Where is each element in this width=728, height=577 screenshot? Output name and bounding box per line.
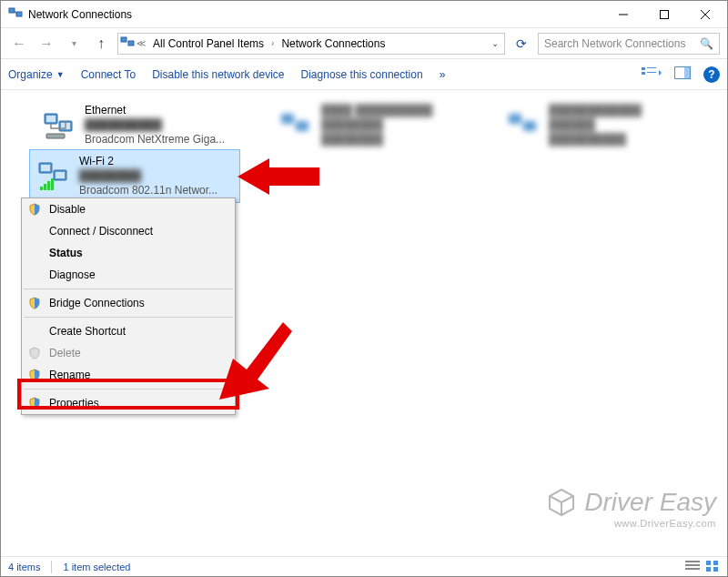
address-icon <box>120 35 135 52</box>
address-dropdown-button[interactable]: ⌄ <box>488 38 502 48</box>
svg-rect-17 <box>46 116 56 122</box>
svg-rect-41 <box>706 567 711 572</box>
preview-pane-button[interactable] <box>674 66 691 82</box>
menu-bridge-connections[interactable]: Bridge Connections <box>22 292 235 314</box>
up-button[interactable]: ↑ <box>90 33 112 55</box>
adapter-ssid: ████████ <box>79 168 217 183</box>
shield-icon <box>27 202 42 217</box>
menu-properties[interactable]: Properties <box>22 392 235 414</box>
svg-rect-9 <box>642 67 645 70</box>
svg-rect-21 <box>296 121 308 131</box>
command-bar: Organize▼ Connect To Disable this networ… <box>1 59 727 90</box>
window-frame: Network Connections ← → ▾ ↑ ≪ All Contro… <box>0 0 728 577</box>
navigation-row: ← → ▾ ↑ ≪ All Control Panel Items › Netw… <box>1 28 727 59</box>
svg-rect-10 <box>647 67 656 68</box>
view-options-button[interactable] <box>642 66 662 82</box>
shield-icon <box>27 368 42 382</box>
window-controls <box>602 1 725 27</box>
status-bar: 4 items 1 item selected <box>1 556 727 576</box>
svg-rect-36 <box>685 561 700 562</box>
caret-down-icon: ▼ <box>56 70 65 79</box>
annotation-arrow-2 <box>219 309 292 400</box>
status-item-count: 4 items <box>8 562 40 572</box>
menu-separator <box>24 288 233 289</box>
chevron-right-icon: › <box>271 38 274 48</box>
refresh-button[interactable]: ⟳ <box>511 33 532 55</box>
network-adapter-icon <box>35 157 72 194</box>
network-adapter-icon <box>278 106 314 143</box>
watermark-url: www.DriverEasy.com <box>546 518 716 529</box>
svg-rect-12 <box>647 72 656 73</box>
menu-separator <box>24 317 233 318</box>
titlebar: Network Connections <box>1 1 727 28</box>
svg-rect-7 <box>121 37 126 42</box>
svg-rect-23 <box>523 121 536 131</box>
adapter-device: Broadcom NetXtreme Giga... <box>85 132 225 147</box>
adapter-blurred-2[interactable]: ████████████████████████████ <box>500 99 709 151</box>
svg-rect-39 <box>706 561 711 565</box>
back-button[interactable]: ← <box>8 33 30 55</box>
svg-rect-20 <box>281 114 294 124</box>
shield-icon <box>27 296 42 310</box>
breadcrumb-control-panel[interactable]: All Control Panel Items <box>147 34 269 54</box>
svg-rect-14 <box>684 67 690 78</box>
svg-rect-22 <box>509 114 521 124</box>
menu-separator <box>24 389 233 390</box>
adapter-text-blurred: ████████████████████████████ <box>549 103 642 147</box>
svg-rect-11 <box>642 72 645 75</box>
menu-diagnose[interactable]: Diagnose <box>22 264 235 286</box>
adapter-device: Broadcom 802.11n Networ... <box>79 183 217 197</box>
context-menu: Disable Connect / Disconnect Status Diag… <box>21 197 236 415</box>
search-input[interactable]: Search Network Connections 🔍 <box>538 33 720 55</box>
menu-rename[interactable]: Rename <box>22 364 235 386</box>
svg-marker-34 <box>550 490 573 515</box>
svg-rect-37 <box>685 564 700 566</box>
svg-rect-28 <box>40 187 43 190</box>
chevron-icon[interactable]: ≪ <box>136 38 146 48</box>
adapter-status: ██████████ <box>85 117 225 132</box>
forward-button[interactable]: → <box>35 33 57 55</box>
network-adapter-icon <box>41 106 77 143</box>
close-button[interactable] <box>684 1 725 27</box>
svg-rect-30 <box>47 181 50 190</box>
svg-rect-42 <box>713 567 718 572</box>
minimize-button[interactable] <box>602 1 643 27</box>
svg-rect-0 <box>9 8 15 13</box>
watermark: Driver Easy www.DriverEasy.com <box>546 487 716 529</box>
menu-status[interactable]: Status <box>22 242 235 264</box>
menu-disable[interactable]: Disable <box>22 198 235 220</box>
shield-icon <box>27 346 42 360</box>
adapter-name: Ethernet <box>85 103 225 117</box>
svg-rect-26 <box>41 165 50 171</box>
svg-marker-33 <box>219 322 292 400</box>
shield-icon <box>27 396 42 410</box>
search-placeholder: Search Network Connections <box>544 37 685 50</box>
organize-menu[interactable]: Organize▼ <box>8 68 65 81</box>
svg-rect-38 <box>685 568 700 570</box>
svg-rect-40 <box>713 561 718 565</box>
large-icons-view-button[interactable] <box>705 560 720 574</box>
svg-rect-29 <box>44 184 46 190</box>
diagnose-connection-button[interactable]: Diagnose this connection <box>301 68 423 81</box>
menu-connect-disconnect[interactable]: Connect / Disconnect <box>22 220 235 242</box>
address-bar[interactable]: ≪ All Control Panel Items › Network Conn… <box>117 33 505 55</box>
recent-locations-button[interactable]: ▾ <box>63 33 85 55</box>
svg-marker-32 <box>238 158 319 195</box>
details-view-button[interactable] <box>685 560 700 574</box>
svg-rect-27 <box>56 172 65 178</box>
disable-device-button[interactable]: Disable this network device <box>152 68 284 81</box>
adapter-ethernet[interactable]: Ethernet ██████████ Broadcom NetXtreme G… <box>35 99 245 151</box>
network-adapter-icon <box>505 106 541 143</box>
svg-rect-1 <box>16 12 22 16</box>
menu-delete: Delete <box>22 342 235 364</box>
menu-create-shortcut[interactable]: Create Shortcut <box>22 320 235 342</box>
connect-to-button[interactable]: Connect To <box>81 68 136 81</box>
search-icon: 🔍 <box>700 37 713 50</box>
maximize-button[interactable] <box>643 1 684 27</box>
adapter-text-blurred: ████ ██████████████████████████ <box>321 103 432 147</box>
overflow-button[interactable]: » <box>440 68 446 81</box>
help-button[interactable]: ? <box>703 66 720 83</box>
breadcrumb-network-connections[interactable]: Network Connections <box>276 34 390 54</box>
adapter-wifi[interactable]: Wi-Fi 2 ████████ Broadcom 802.11n Networ… <box>30 150 239 202</box>
adapter-blurred-1[interactable]: ████ ██████████████████████████ <box>272 99 481 151</box>
